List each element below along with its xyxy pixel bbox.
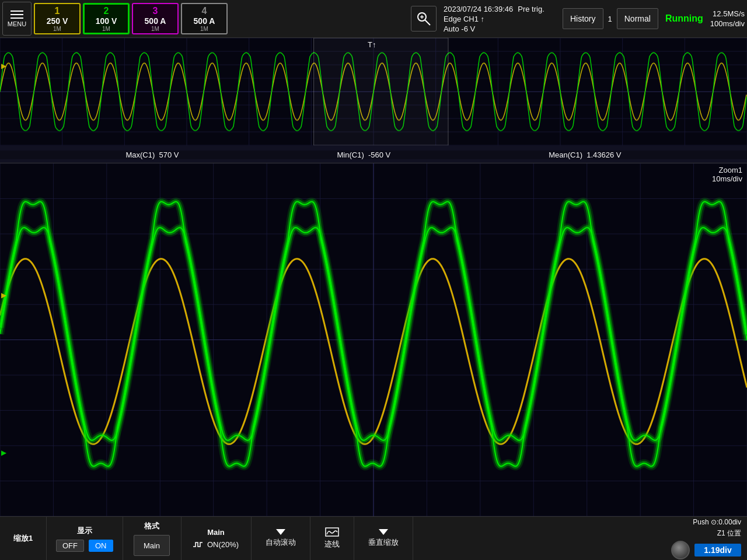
display-section: 显示 OFF ON — [47, 517, 123, 560]
datetime-trigger-row: 2023/07/24 16:39:46 Pre trig. — [444, 5, 544, 13]
zoom-label: Zoom1 10ms/div — [712, 166, 742, 183]
zoom-scope-area[interactable]: Zoom1 10ms/div — [0, 163, 747, 516]
z1-label: Z1 位置 — [717, 528, 741, 538]
ch1-number: 1 — [55, 6, 60, 16]
zoom-label-line2: 10ms/div — [712, 174, 742, 183]
ch4-voltage: 500 A — [194, 16, 215, 26]
channel-1-button[interactable]: 1 250 V 1M — [34, 3, 81, 34]
format-main-button[interactable]: Main — [134, 535, 170, 556]
datetime: 2023/07/24 16:39:46 — [444, 5, 513, 13]
bottom-bar: 缩放1 显示 OFF ON 格式 Main Main ON(20%) 自动滚动 — [0, 516, 747, 560]
position-value: 1.19div — [694, 544, 741, 556]
sample-info: 12.5MS/s 100ms/div — [710, 9, 745, 28]
history-value: 1 — [606, 15, 615, 23]
history-button[interactable]: History — [563, 8, 603, 29]
overview-stats-bar: Max(C1) 570 V Min(C1) -560 V Mean(C1) 1.… — [0, 150, 747, 159]
stat-min: Min(C1) -560 V — [337, 150, 391, 159]
zoom-label-line1: Zoom1 — [712, 166, 742, 174]
channel-3-button[interactable]: 3 500 A 1M — [132, 3, 179, 34]
overview-waveform-canvas — [0, 38, 747, 163]
ch4-number: 4 — [202, 6, 207, 16]
stat-max: Max(C1) 570 V — [125, 150, 179, 159]
display-toggle-row: OFF ON — [56, 540, 113, 552]
display-off-button[interactable]: OFF — [56, 540, 84, 552]
trigger-marker: T↑ — [368, 40, 376, 49]
zoom-button[interactable] — [411, 6, 437, 32]
waveform-icon — [193, 541, 203, 549]
display-label: 显示 — [77, 526, 92, 536]
right-controls: Push ⊙:0.00div Z1 位置 1.19div — [654, 517, 747, 560]
on-percent-label: ON(20%) — [207, 540, 239, 549]
overview-time-div: 100ms/div — [710, 19, 745, 28]
menu-icon — [11, 10, 23, 19]
ch2-number: 2 — [104, 6, 109, 16]
main-label: Main — [207, 528, 225, 537]
trace-label: 迹线 — [324, 539, 340, 550]
auto-scroll-label: 自动滚动 — [266, 537, 296, 548]
trigger-edge: Edge CH1 ↑ — [444, 15, 484, 23]
vzoom-icon — [379, 529, 388, 535]
top-bar: MENU 1 250 V 1M 2 100 V 1M 3 500 A 1M 4 … — [0, 0, 747, 38]
push-label: Push ⊙:0.00div — [693, 518, 741, 526]
normal-button[interactable]: Normal — [617, 8, 658, 29]
ch2-zoom-indicator — [1, 449, 7, 457]
format-section: 格式 Main — [123, 517, 181, 560]
vzoom-button[interactable]: 垂直缩放 — [354, 517, 413, 560]
format-label: 格式 — [144, 521, 159, 531]
auto-scroll-button[interactable]: 自动滚动 — [252, 517, 310, 560]
channel-2-button[interactable]: 2 100 V 1M — [83, 3, 130, 34]
ch1-voltage: 250 V — [47, 16, 68, 26]
running-indicator: Running — [665, 13, 703, 24]
channel-4-button[interactable]: 4 500 A 1M — [181, 3, 228, 34]
menu-button[interactable]: MENU — [2, 2, 32, 36]
ch1-zoom-indicator — [1, 292, 7, 299]
trigger-info-panel: 2023/07/24 16:39:46 Pre trig. Edge CH1 ↑… — [444, 5, 560, 33]
ch3-voltage: 500 A — [145, 16, 166, 26]
trace-icon — [325, 527, 339, 537]
trigger-mode-row: Auto -6 V — [444, 24, 475, 33]
ch3-number: 3 — [153, 6, 158, 16]
knob-row: 1.19div — [671, 541, 741, 559]
zoom-section-title: 缩放1 — [13, 533, 33, 544]
auto-scroll-icon — [276, 529, 285, 535]
display-on-button[interactable]: ON — [89, 540, 113, 552]
ch2-voltage: 100 V — [96, 16, 117, 26]
trigger-detail-row: Edge CH1 ↑ — [444, 15, 484, 23]
sample-rate: 12.5MS/s — [713, 9, 745, 18]
main-section: Main ON(20%) — [181, 517, 252, 560]
trigger-mode: Auto -6 V — [444, 24, 475, 33]
svg-line-1 — [425, 20, 430, 26]
vzoom-label: 垂直缩放 — [368, 537, 399, 548]
position-knob[interactable] — [671, 541, 690, 559]
ch3-mode: 1M — [151, 26, 159, 32]
trigger-label: Pre trig. — [518, 5, 544, 13]
main-on-row: ON(20%) — [193, 540, 239, 549]
overview-scope-area[interactable]: Max(C1) 570 V Min(C1) -560 V Mean(C1) 1.… — [0, 38, 747, 163]
ch1-level-indicator — [1, 62, 7, 70]
ch4-mode: 1M — [200, 26, 208, 32]
trace-button[interactable]: 迹线 — [310, 517, 354, 560]
zoom-waveform-canvas — [0, 163, 747, 516]
ch2-mode: 1M — [102, 26, 110, 32]
stat-mean: Mean(C1) 1.43626 V — [549, 150, 621, 159]
menu-label: MENU — [8, 20, 26, 27]
zoom-title-section: 缩放1 — [0, 517, 47, 560]
ch1-mode: 1M — [53, 26, 61, 32]
